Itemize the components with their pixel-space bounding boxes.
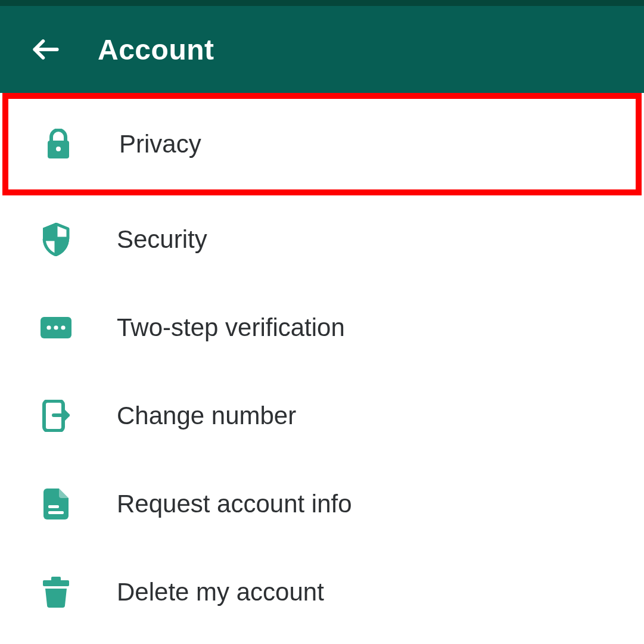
arrow-back-icon [29,33,63,66]
menu-item-request-account-info[interactable]: Request account info [0,460,644,548]
header: Account [0,6,644,93]
page-title: Account [98,33,214,66]
menu-item-label: Delete my account [117,578,324,606]
menu-item-label: Request account info [117,490,352,518]
menu-item-label: Privacy [119,130,201,158]
menu-item-change-number[interactable]: Change number [0,372,644,460]
svg-point-5 [61,325,65,329]
menu-item-privacy[interactable]: Privacy [2,93,642,195]
lock-icon [42,127,75,161]
content: Privacy Security [0,93,644,636]
svg-rect-7 [48,505,59,508]
menu-item-two-step-verification[interactable]: Two-step verification [0,284,644,372]
svg-point-4 [54,325,58,329]
shield-icon [39,223,73,256]
menu-item-delete-account[interactable]: Delete my account [0,548,644,636]
menu-item-security[interactable]: Security [0,195,644,284]
trash-icon [39,575,73,609]
svg-point-3 [46,325,51,329]
svg-rect-8 [48,511,64,514]
menu-item-label: Two-step verification [117,313,345,342]
password-dots-icon [39,311,73,344]
svg-point-1 [56,147,61,151]
svg-rect-10 [51,577,61,581]
back-button[interactable] [25,29,67,70]
document-icon [39,487,73,521]
phone-arrow-icon [39,399,73,433]
menu-item-label: Change number [117,402,296,430]
menu-item-label: Security [117,225,207,254]
status-bar [0,0,644,6]
